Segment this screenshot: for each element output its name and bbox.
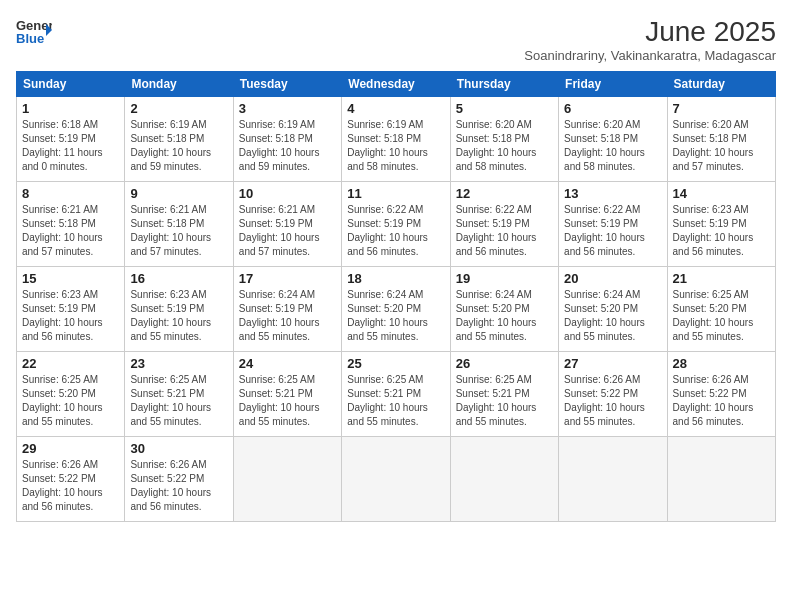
day-number: 1 [22,101,119,116]
day-number: 18 [347,271,444,286]
col-wednesday: Wednesday [342,72,450,97]
calendar-week-row: 1 Sunrise: 6:18 AM Sunset: 5:19 PM Dayli… [17,97,776,182]
calendar-header-row: Sunday Monday Tuesday Wednesday Thursday… [17,72,776,97]
day-info: Sunrise: 6:24 AM Sunset: 5:19 PM Dayligh… [239,288,336,344]
day-number: 2 [130,101,227,116]
day-info: Sunrise: 6:19 AM Sunset: 5:18 PM Dayligh… [347,118,444,174]
day-info: Sunrise: 6:22 AM Sunset: 5:19 PM Dayligh… [564,203,661,259]
table-row [233,437,341,522]
table-row [559,437,667,522]
day-info: Sunrise: 6:25 AM Sunset: 5:21 PM Dayligh… [239,373,336,429]
table-row: 20 Sunrise: 6:24 AM Sunset: 5:20 PM Dayl… [559,267,667,352]
col-friday: Friday [559,72,667,97]
day-info: Sunrise: 6:18 AM Sunset: 5:19 PM Dayligh… [22,118,119,174]
day-info: Sunrise: 6:21 AM Sunset: 5:18 PM Dayligh… [130,203,227,259]
day-info: Sunrise: 6:19 AM Sunset: 5:18 PM Dayligh… [130,118,227,174]
table-row: 5 Sunrise: 6:20 AM Sunset: 5:18 PM Dayli… [450,97,558,182]
day-number: 27 [564,356,661,371]
col-saturday: Saturday [667,72,775,97]
day-info: Sunrise: 6:26 AM Sunset: 5:22 PM Dayligh… [673,373,770,429]
day-number: 30 [130,441,227,456]
day-number: 24 [239,356,336,371]
table-row: 23 Sunrise: 6:25 AM Sunset: 5:21 PM Dayl… [125,352,233,437]
day-number: 28 [673,356,770,371]
day-number: 19 [456,271,553,286]
table-row: 4 Sunrise: 6:19 AM Sunset: 5:18 PM Dayli… [342,97,450,182]
day-number: 21 [673,271,770,286]
day-info: Sunrise: 6:20 AM Sunset: 5:18 PM Dayligh… [673,118,770,174]
day-info: Sunrise: 6:26 AM Sunset: 5:22 PM Dayligh… [564,373,661,429]
col-monday: Monday [125,72,233,97]
table-row: 18 Sunrise: 6:24 AM Sunset: 5:20 PM Dayl… [342,267,450,352]
page-title: June 2025 [524,16,776,48]
table-row: 9 Sunrise: 6:21 AM Sunset: 5:18 PM Dayli… [125,182,233,267]
day-number: 14 [673,186,770,201]
table-row: 29 Sunrise: 6:26 AM Sunset: 5:22 PM Dayl… [17,437,125,522]
day-info: Sunrise: 6:19 AM Sunset: 5:18 PM Dayligh… [239,118,336,174]
table-row: 26 Sunrise: 6:25 AM Sunset: 5:21 PM Dayl… [450,352,558,437]
calendar-week-row: 8 Sunrise: 6:21 AM Sunset: 5:18 PM Dayli… [17,182,776,267]
day-number: 12 [456,186,553,201]
day-info: Sunrise: 6:25 AM Sunset: 5:21 PM Dayligh… [456,373,553,429]
day-info: Sunrise: 6:24 AM Sunset: 5:20 PM Dayligh… [347,288,444,344]
day-info: Sunrise: 6:25 AM Sunset: 5:21 PM Dayligh… [347,373,444,429]
day-number: 7 [673,101,770,116]
day-number: 11 [347,186,444,201]
table-row: 6 Sunrise: 6:20 AM Sunset: 5:18 PM Dayli… [559,97,667,182]
day-info: Sunrise: 6:25 AM Sunset: 5:21 PM Dayligh… [130,373,227,429]
day-info: Sunrise: 6:21 AM Sunset: 5:18 PM Dayligh… [22,203,119,259]
day-info: Sunrise: 6:23 AM Sunset: 5:19 PM Dayligh… [22,288,119,344]
day-info: Sunrise: 6:25 AM Sunset: 5:20 PM Dayligh… [22,373,119,429]
table-row [342,437,450,522]
calendar-week-row: 22 Sunrise: 6:25 AM Sunset: 5:20 PM Dayl… [17,352,776,437]
table-row [667,437,775,522]
day-info: Sunrise: 6:20 AM Sunset: 5:18 PM Dayligh… [456,118,553,174]
day-number: 17 [239,271,336,286]
day-number: 23 [130,356,227,371]
logo: General Blue [16,16,52,46]
table-row: 19 Sunrise: 6:24 AM Sunset: 5:20 PM Dayl… [450,267,558,352]
day-number: 6 [564,101,661,116]
page-subtitle: Soanindrariny, Vakinankaratra, Madagasca… [524,48,776,63]
table-row: 25 Sunrise: 6:25 AM Sunset: 5:21 PM Dayl… [342,352,450,437]
page-header: General Blue June 2025 Soanindrariny, Va… [16,16,776,63]
table-row: 11 Sunrise: 6:22 AM Sunset: 5:19 PM Dayl… [342,182,450,267]
day-info: Sunrise: 6:23 AM Sunset: 5:19 PM Dayligh… [673,203,770,259]
table-row: 15 Sunrise: 6:23 AM Sunset: 5:19 PM Dayl… [17,267,125,352]
day-info: Sunrise: 6:24 AM Sunset: 5:20 PM Dayligh… [456,288,553,344]
day-number: 16 [130,271,227,286]
table-row [450,437,558,522]
day-info: Sunrise: 6:25 AM Sunset: 5:20 PM Dayligh… [673,288,770,344]
logo-icon: General Blue [16,16,52,46]
day-number: 5 [456,101,553,116]
day-number: 15 [22,271,119,286]
table-row: 28 Sunrise: 6:26 AM Sunset: 5:22 PM Dayl… [667,352,775,437]
day-info: Sunrise: 6:21 AM Sunset: 5:19 PM Dayligh… [239,203,336,259]
table-row: 21 Sunrise: 6:25 AM Sunset: 5:20 PM Dayl… [667,267,775,352]
day-number: 4 [347,101,444,116]
table-row: 7 Sunrise: 6:20 AM Sunset: 5:18 PM Dayli… [667,97,775,182]
day-info: Sunrise: 6:26 AM Sunset: 5:22 PM Dayligh… [22,458,119,514]
table-row: 8 Sunrise: 6:21 AM Sunset: 5:18 PM Dayli… [17,182,125,267]
col-thursday: Thursday [450,72,558,97]
table-row: 12 Sunrise: 6:22 AM Sunset: 5:19 PM Dayl… [450,182,558,267]
col-sunday: Sunday [17,72,125,97]
table-row: 16 Sunrise: 6:23 AM Sunset: 5:19 PM Dayl… [125,267,233,352]
day-number: 13 [564,186,661,201]
table-row: 3 Sunrise: 6:19 AM Sunset: 5:18 PM Dayli… [233,97,341,182]
day-number: 29 [22,441,119,456]
table-row: 10 Sunrise: 6:21 AM Sunset: 5:19 PM Dayl… [233,182,341,267]
day-number: 9 [130,186,227,201]
day-number: 22 [22,356,119,371]
day-info: Sunrise: 6:23 AM Sunset: 5:19 PM Dayligh… [130,288,227,344]
title-section: June 2025 Soanindrariny, Vakinankaratra,… [524,16,776,63]
day-info: Sunrise: 6:24 AM Sunset: 5:20 PM Dayligh… [564,288,661,344]
day-number: 10 [239,186,336,201]
table-row: 27 Sunrise: 6:26 AM Sunset: 5:22 PM Dayl… [559,352,667,437]
day-number: 3 [239,101,336,116]
day-info: Sunrise: 6:26 AM Sunset: 5:22 PM Dayligh… [130,458,227,514]
svg-text:Blue: Blue [16,31,44,46]
table-row: 13 Sunrise: 6:22 AM Sunset: 5:19 PM Dayl… [559,182,667,267]
day-info: Sunrise: 6:22 AM Sunset: 5:19 PM Dayligh… [456,203,553,259]
table-row: 1 Sunrise: 6:18 AM Sunset: 5:19 PM Dayli… [17,97,125,182]
